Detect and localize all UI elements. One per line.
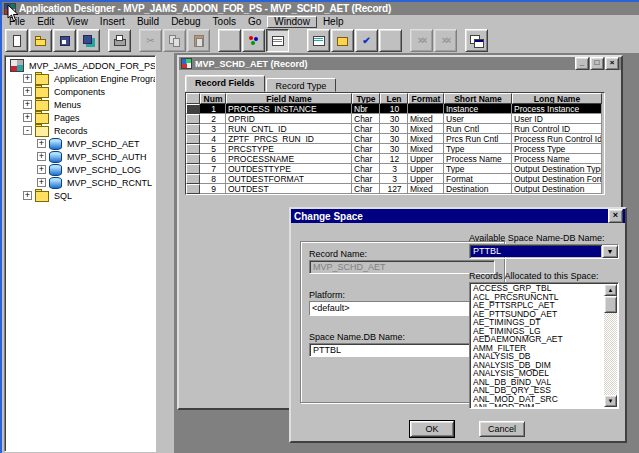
tree-item[interactable]: + Pages — [5, 111, 155, 124]
dialog-titlebar[interactable]: Change Space × — [291, 209, 625, 223]
cell-num[interactable]: 6 — [200, 154, 226, 164]
dialog-close-icon[interactable]: × — [608, 209, 623, 223]
project-tree-panel[interactable]: MVP_JAMS_ADDON_FOR_PS + Application Engi… — [4, 55, 156, 452]
cell-num[interactable]: 1 — [200, 104, 226, 114]
list-scrollbar[interactable]: ▲ ▼ — [604, 284, 617, 407]
cell-type[interactable]: Char — [352, 144, 380, 154]
cell-field-name[interactable]: OPRID — [226, 114, 352, 124]
row-selector[interactable] — [186, 124, 200, 134]
scroll-up-icon[interactable]: ▲ — [604, 284, 617, 296]
cell-short-name[interactable]: Destination — [444, 184, 512, 194]
toolbar-button[interactable] — [163, 29, 186, 52]
cell-len[interactable]: 30 — [380, 114, 408, 124]
cell-short-name[interactable]: Type — [444, 164, 512, 174]
toolbar-button[interactable] — [331, 29, 354, 52]
toolbar-button[interactable] — [77, 29, 100, 52]
tree-expander[interactable]: + — [37, 165, 46, 174]
space-name-field[interactable]: PTTBL — [309, 343, 495, 357]
toolbar-button[interactable] — [465, 29, 488, 52]
cell-type[interactable]: Char — [352, 124, 380, 134]
scroll-thumb[interactable] — [604, 296, 617, 313]
cell-short-name[interactable]: Process Name — [444, 154, 512, 164]
toolbar-button[interactable] — [218, 29, 241, 52]
cell-len[interactable]: 3 — [380, 164, 408, 174]
cell-len[interactable]: 30 — [380, 144, 408, 154]
cell-len[interactable]: 127 — [380, 184, 408, 194]
cell-field-name[interactable]: OUTDESTTYPE — [226, 164, 352, 174]
table-row[interactable]: 2 OPRID Char 30 Mixed User User ID — [186, 114, 604, 124]
tree-expander[interactable]: + — [23, 113, 32, 122]
table-row[interactable]: 6 PROCESSNAME Char 12 Upper Process Name… — [186, 154, 604, 164]
cell-long-name[interactable]: Process Run Control Id — [512, 134, 602, 144]
close-button[interactable]: × — [605, 57, 619, 70]
menu-item[interactable]: Build — [131, 16, 165, 28]
minimize-button[interactable]: _ — [575, 57, 589, 70]
toolbar-button[interactable] — [242, 29, 265, 52]
cell-type[interactable]: Char — [352, 174, 380, 184]
toolbar-button[interactable] — [5, 29, 28, 52]
menu-item[interactable]: Edit — [31, 16, 60, 28]
menu-item[interactable]: Insert — [94, 16, 131, 28]
tree-item[interactable]: - Records — [5, 124, 155, 137]
cell-long-name[interactable]: Output Destination — [512, 184, 602, 194]
tree-item[interactable]: + Components — [5, 85, 155, 98]
cell-len[interactable]: 10 — [380, 104, 408, 114]
tree-expander[interactable]: + — [23, 87, 32, 96]
cell-field-name[interactable]: OUTDESTFORMAT — [226, 174, 352, 184]
cell-type[interactable]: Nbr — [352, 104, 380, 114]
cell-format[interactable]: Mixed — [408, 124, 444, 134]
row-selector[interactable] — [186, 184, 200, 194]
cell-short-name[interactable]: Format — [444, 174, 512, 184]
cell-format[interactable]: Upper — [408, 154, 444, 164]
menu-item[interactable]: Debug — [165, 16, 206, 28]
grid-header-field[interactable]: Field Name — [226, 93, 352, 104]
grid-header-long[interactable]: Long Name — [512, 93, 602, 104]
table-row[interactable]: 7 OUTDESTTYPE Char 3 Upper Type Output D… — [186, 164, 604, 174]
menu-item[interactable]: Go — [242, 16, 267, 28]
tree-expander[interactable]: + — [37, 152, 46, 161]
change-space-dialog[interactable]: Change Space × Record Name: MVP_SCHD_AET… — [289, 207, 627, 443]
cell-field-name[interactable]: RUN_CNTL_ID — [226, 124, 352, 134]
tree-item[interactable]: + Menus — [5, 98, 155, 111]
tree-expander[interactable]: + — [23, 191, 32, 200]
table-row[interactable]: 5 PRCSTYPE Char 30 Mixed Type Process Ty… — [186, 144, 604, 154]
row-selector[interactable] — [186, 104, 200, 114]
cell-field-name[interactable]: PRCSTYPE — [226, 144, 352, 154]
menu-item[interactable]: Window — [267, 16, 317, 28]
tree-expander[interactable]: + — [23, 74, 32, 83]
cell-len[interactable]: 3 — [380, 174, 408, 184]
row-selector[interactable] — [186, 114, 200, 124]
table-row[interactable]: 3 RUN_CNTL_ID Char 30 Mixed Run Cntl Run… — [186, 124, 604, 134]
tree-item[interactable]: + MVP_SCHD_LOG — [5, 163, 155, 176]
grid-header-short[interactable]: Short Name — [444, 93, 512, 104]
toolbar-button[interactable] — [379, 29, 402, 52]
cell-long-name[interactable]: Output Destination Format — [512, 174, 602, 184]
toolbar-button[interactable] — [434, 29, 457, 52]
cell-num[interactable]: 4 — [200, 134, 226, 144]
toolbar-button[interactable] — [108, 29, 131, 52]
cell-format[interactable]: Mixed — [408, 134, 444, 144]
cell-short-name[interactable]: Type — [444, 144, 512, 154]
menu-item[interactable]: Help — [317, 16, 350, 28]
cell-num[interactable]: 5 — [200, 144, 226, 154]
cell-type[interactable]: Char — [352, 114, 380, 124]
available-dropdown-icon[interactable]: ▼ — [602, 245, 618, 258]
cell-type[interactable]: Char — [352, 134, 380, 144]
cell-format[interactable]: Mixed — [408, 144, 444, 154]
cell-long-name[interactable]: Process Type — [512, 144, 602, 154]
record-window-titlebar[interactable]: MVP_SCHD_AET (Record) _ □ × — [179, 57, 621, 70]
record-tab[interactable]: Record Fields — [185, 75, 265, 92]
cell-format[interactable]: Upper — [408, 174, 444, 184]
scroll-down-icon[interactable]: ▼ — [604, 395, 617, 407]
table-row[interactable]: 9 OUTDEST Char 127 Mixed Destination Out… — [186, 184, 604, 194]
cancel-button[interactable]: Cancel — [479, 421, 525, 437]
cell-num[interactable]: 7 — [200, 164, 226, 174]
record-tab[interactable]: Record Type — [266, 78, 337, 92]
cell-short-name[interactable]: Run Cntl — [444, 124, 512, 134]
tree-expander[interactable]: + — [23, 100, 32, 109]
cell-long-name[interactable]: Output Destination Type — [512, 164, 602, 174]
tree-item[interactable]: + MVP_SCHD_AET — [5, 137, 155, 150]
available-space-select[interactable]: PTTBL ▼ — [469, 244, 619, 259]
tree-item[interactable]: + SQL — [5, 189, 155, 202]
tree-item[interactable]: + MVP_SCHD_AUTH — [5, 150, 155, 163]
